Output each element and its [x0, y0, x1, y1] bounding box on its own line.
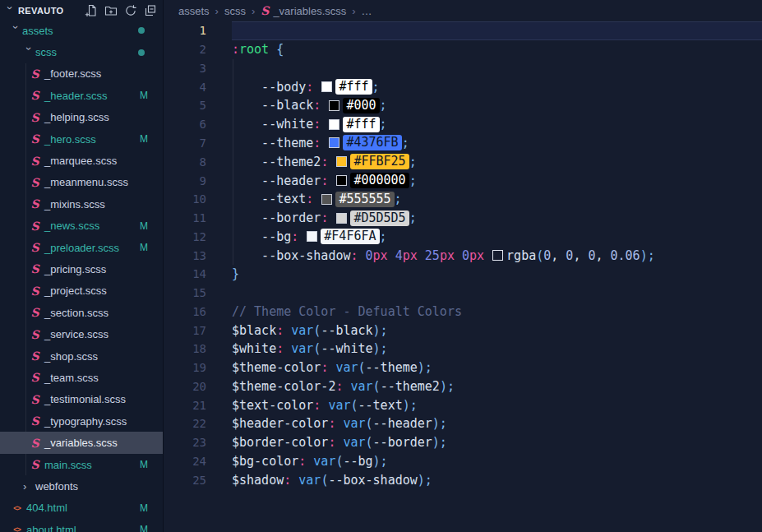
color-swatch-icon[interactable]	[336, 213, 347, 224]
tree-file-_helping.scss[interactable]: S_helping.scss	[0, 107, 163, 128]
code-line-12[interactable]: 12 --bg: #F4F6FA;	[164, 227, 762, 246]
tree-file-_meanmenu.scss[interactable]: S_meanmenu.scss	[0, 172, 163, 193]
refresh-button[interactable]	[123, 3, 138, 18]
new-folder-button[interactable]	[104, 3, 118, 18]
tree-file-404.html[interactable]: <>404.htmlM	[0, 497, 163, 519]
editor-pane[interactable]: assets › scss › S _variables.scss › … 12…	[164, 0, 762, 532]
color-swatch-icon[interactable]	[336, 175, 347, 186]
collapse-folders-button[interactable]	[143, 3, 158, 18]
code-line-19[interactable]: 19$theme-color: var(--theme);	[164, 359, 762, 377]
code-line-15[interactable]: 15	[164, 284, 762, 303]
tree-file-main.scss[interactable]: Smain.scssM	[0, 454, 163, 475]
tree-file-_testimonial.scss[interactable]: S_testimonial.scss	[0, 389, 163, 410]
code-line-13[interactable]: 13 --box-shadow: 0px 4px 25px 0px rgba(0…	[164, 246, 762, 265]
tree-file-_pricing.scss[interactable]: S_pricing.scss	[0, 258, 163, 280]
tree-file-about.html[interactable]: <>about.htmlM	[0, 519, 163, 532]
code-line-25[interactable]: 25$shadow: var(--box-shadow);	[164, 470, 762, 489]
file-name: _news.scss	[44, 220, 99, 232]
tree-file-_footer.scss[interactable]: S_footer.scss	[0, 63, 163, 85]
line-number[interactable]: 16	[164, 305, 206, 318]
line-number[interactable]: 3	[164, 62, 206, 75]
line-number[interactable]: 4	[164, 81, 206, 94]
code-line-4[interactable]: 4 --body: #fff;	[164, 77, 762, 96]
line-number[interactable]: 12	[164, 230, 206, 243]
tree-folder-scss[interactable]: ›scss	[0, 41, 163, 62]
line-number[interactable]: 5	[164, 99, 206, 112]
line-number[interactable]: 10	[164, 192, 206, 206]
code-line-21[interactable]: 21$text-color: var(--text);	[164, 396, 762, 414]
tree-file-_team.scss[interactable]: S_team.scss	[0, 367, 163, 388]
code-line-22[interactable]: 22$header-color: var(--header);	[164, 414, 762, 433]
code-line-20[interactable]: 20$theme-color-2: var(--theme2);	[164, 377, 762, 396]
line-number[interactable]: 19	[164, 361, 206, 374]
code-line-17[interactable]: 17$black: var(--black);	[164, 321, 762, 340]
color-swatch-icon[interactable]	[329, 100, 339, 111]
line-number[interactable]: 24	[164, 455, 206, 468]
line-number[interactable]: 17	[164, 324, 206, 337]
code-line-5[interactable]: 5 --black: #000;	[164, 96, 762, 115]
line-number[interactable]: 23	[164, 436, 206, 449]
tree-file-_section.scss[interactable]: S_section.scss	[0, 302, 163, 323]
code-line-18[interactable]: 18$white: var(--white);	[164, 340, 762, 359]
code-token: ;	[380, 117, 387, 132]
line-number[interactable]: 9	[164, 174, 206, 187]
tree-file-_project.scss[interactable]: S_project.scss	[0, 280, 163, 302]
html-icon: <>	[10, 504, 24, 512]
code-line-3[interactable]: 3	[164, 59, 762, 78]
tree-file-_variables.scss[interactable]: S_variables.scss	[0, 432, 163, 453]
tree-file-_header.scss[interactable]: S_header.scssM	[0, 85, 163, 106]
tree-file-_typography.scss[interactable]: S_typography.scss	[0, 410, 163, 432]
new-file-button[interactable]	[84, 3, 99, 18]
line-number[interactable]: 1	[164, 24, 206, 37]
color-swatch-icon[interactable]	[321, 194, 332, 205]
tree-folder-webfonts[interactable]: ›webfonts	[0, 475, 163, 497]
color-swatch-icon[interactable]	[329, 119, 339, 130]
code-token: --theme	[232, 136, 313, 150]
code-area[interactable]: 12:root {34 --body: #fff;5 --black: #000…	[164, 21, 762, 532]
line-number[interactable]: 11	[164, 211, 206, 224]
line-number[interactable]: 13	[164, 249, 206, 262]
code-line-7[interactable]: 7 --theme: #4376FB;	[164, 134, 762, 153]
line-number[interactable]: 2	[164, 43, 206, 56]
breadcrumb-item-symbol[interactable]: …	[362, 5, 372, 17]
line-number[interactable]: 15	[164, 286, 206, 299]
code-line-23[interactable]: 23$border-color: var(--border);	[164, 433, 762, 452]
explorer-section-header[interactable]: › REVAUTO	[0, 0, 163, 20]
tree-file-_news.scss[interactable]: S_news.scssM	[0, 215, 163, 237]
tree-folder-assets[interactable]: ›assets	[0, 20, 163, 41]
line-number[interactable]: 22	[164, 417, 206, 430]
breadcrumb-item-file[interactable]: _variables.scss	[273, 5, 346, 17]
code-line-6[interactable]: 6 --white: #fff;	[164, 115, 762, 134]
line-number[interactable]: 7	[164, 136, 206, 150]
code-line-8[interactable]: 8 --theme2: #FFBF25;	[164, 152, 762, 171]
color-swatch-icon[interactable]	[321, 81, 332, 92]
line-number[interactable]: 21	[164, 399, 206, 412]
line-number[interactable]: 14	[164, 267, 206, 280]
tree-file-_preloader.scss[interactable]: S_preloader.scssM	[0, 237, 163, 258]
tree-file-_mixins.scss[interactable]: S_mixins.scss	[0, 193, 163, 215]
line-number[interactable]: 25	[164, 474, 206, 487]
code-line-16[interactable]: 16// Theme Color - Defualt Colors	[164, 302, 762, 321]
code-line-14[interactable]: 14}	[164, 265, 762, 284]
code-line-10[interactable]: 10 --text: #555555;	[164, 190, 762, 209]
line-number[interactable]: 18	[164, 342, 206, 355]
tree-file-_shop.scss[interactable]: S_shop.scss	[0, 345, 163, 367]
code-line-2[interactable]: 2:root {	[164, 40, 762, 59]
line-number[interactable]: 20	[164, 380, 206, 393]
code-line-11[interactable]: 11 --border: #D5D5D5;	[164, 209, 762, 228]
sass-icon: S	[28, 132, 42, 146]
color-swatch-icon[interactable]	[492, 250, 503, 261]
tree-file-_hero.scss[interactable]: S_hero.scssM	[0, 128, 163, 150]
breadcrumb-item-assets[interactable]: assets	[178, 5, 210, 17]
line-number[interactable]: 6	[164, 118, 206, 131]
code-line-1[interactable]: 1	[164, 21, 762, 40]
line-number[interactable]: 8	[164, 155, 206, 169]
tree-file-_marquee.scss[interactable]: S_marquee.scss	[0, 150, 163, 171]
color-swatch-icon[interactable]	[329, 137, 339, 148]
color-swatch-icon[interactable]	[336, 156, 347, 167]
code-line-24[interactable]: 24$bg-color: var(--bg);	[164, 452, 762, 471]
breadcrumb-item-scss[interactable]: scss	[224, 5, 246, 17]
tree-file-_service.scss[interactable]: S_service.scss	[0, 323, 163, 345]
code-line-9[interactable]: 9 --header: #000000;	[164, 171, 762, 190]
color-swatch-icon[interactable]	[307, 231, 317, 242]
